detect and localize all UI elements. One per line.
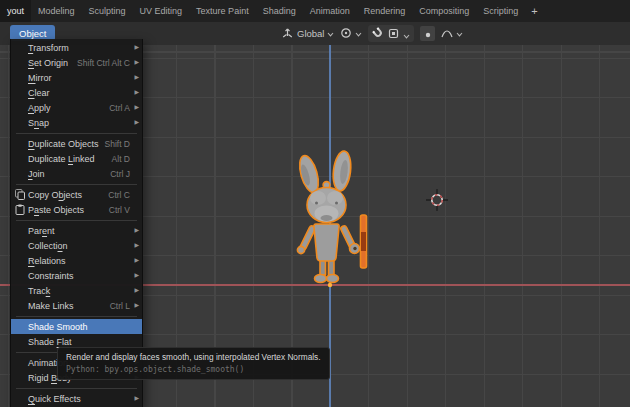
tooltip: Render and display faces smooth, using i… xyxy=(57,347,330,380)
menu-item-label: Copy Objects xyxy=(28,190,82,200)
menu-item-constraints[interactable]: Constraints▶ xyxy=(11,268,142,283)
menu-item-label: Transform xyxy=(28,43,69,53)
menu-shortcut: Ctrl C xyxy=(108,190,130,200)
transform-orientation-dropdown[interactable]: Global xyxy=(281,25,334,42)
menu-item-duplicate-objects[interactable]: Duplicate ObjectsShift D xyxy=(11,136,142,151)
menu-separator xyxy=(11,217,142,223)
menu-separator xyxy=(11,313,142,319)
submenu-arrow-icon: ▶ xyxy=(130,283,139,298)
submenu-arrow-icon: ▶ xyxy=(130,115,139,130)
snapping-group xyxy=(368,25,414,42)
tab-scripting[interactable]: Scripting xyxy=(476,0,525,22)
chevron-down-icon xyxy=(456,28,463,39)
menu-separator xyxy=(11,385,142,391)
chevron-down-icon xyxy=(355,28,362,39)
menu-item-label: Quick Effects xyxy=(28,394,81,404)
tab-uv-editing[interactable]: UV Editing xyxy=(133,0,190,22)
menu-item-label: Shade Flat xyxy=(28,337,72,347)
menu-item-label: Set Origin xyxy=(28,58,68,68)
tab-yout[interactable]: yout xyxy=(0,0,31,22)
menu-shortcut: Ctrl A xyxy=(109,103,130,113)
workspace-tabbar: youtModelingSculptingUV EditingTexture P… xyxy=(0,0,630,22)
menu-shortcut: Alt D xyxy=(112,154,130,164)
tab-compositing[interactable]: Compositing xyxy=(412,0,476,22)
submenu-arrow-icon: ▶ xyxy=(130,40,139,55)
submenu-arrow-icon: ▶ xyxy=(130,85,139,100)
submenu-arrow-icon: ▶ xyxy=(130,100,139,115)
add-workspace-button[interactable]: + xyxy=(525,0,543,22)
menu-item-track[interactable]: Track▶ xyxy=(11,283,142,298)
menu-item-paste-objects[interactable]: Paste ObjectsCtrl V xyxy=(11,202,142,217)
tab-sculpting[interactable]: Sculpting xyxy=(82,0,133,22)
menu-item-collection[interactable]: Collection▶ xyxy=(11,238,142,253)
menu-item-label: Clear xyxy=(28,88,50,98)
copy-icon xyxy=(11,189,28,200)
menu-item-snap[interactable]: Snap▶ xyxy=(11,115,142,130)
pivot-point-dropdown[interactable] xyxy=(340,25,362,42)
menu-item-label: Constraints xyxy=(28,271,74,281)
snap-target-icon[interactable] xyxy=(388,25,399,43)
menu-shortcut: Ctrl V xyxy=(109,205,130,215)
menu-item-parent[interactable]: Parent▶ xyxy=(11,223,142,238)
menu-item-relations[interactable]: Relations▶ xyxy=(11,253,142,268)
proportional-editing-toggle[interactable] xyxy=(420,26,435,41)
menu-item-label: Duplicate Objects xyxy=(28,139,99,149)
tab-animation[interactable]: Animation xyxy=(303,0,357,22)
stick-prop xyxy=(361,215,367,268)
tab-modeling[interactable]: Modeling xyxy=(31,0,82,22)
menu-shortcut: Shift Ctrl Alt C xyxy=(77,58,130,68)
rabbit-character[interactable] xyxy=(285,148,377,290)
menu-separator xyxy=(11,181,142,187)
snap-magnet-icon[interactable] xyxy=(372,25,384,43)
menu-item-set-origin[interactable]: Set OriginShift Ctrl Alt C▶ xyxy=(11,55,142,70)
chevron-down-icon[interactable] xyxy=(403,25,410,43)
menu-shortcut: Shift D xyxy=(104,139,130,149)
blender-window: youtModelingSculptingUV EditingTexture P… xyxy=(0,0,630,407)
submenu-arrow-icon: ▶ xyxy=(130,253,139,268)
menu-item-shade-smooth[interactable]: Shade Smooth xyxy=(11,319,142,334)
menu-item-label: Apply xyxy=(28,103,51,113)
submenu-arrow-icon: ▶ xyxy=(130,55,139,70)
menu-item-label: Snap xyxy=(28,118,49,128)
menu-item-transform[interactable]: Transform▶ xyxy=(11,40,142,55)
tab-texture-paint[interactable]: Texture Paint xyxy=(189,0,256,22)
proportional-editing-icon xyxy=(424,25,432,43)
transform-orientation-icon xyxy=(281,26,294,41)
submenu-arrow-icon: ▶ xyxy=(130,70,139,85)
menu-item-label: Make Links xyxy=(28,301,74,311)
menu-item-label: Parent xyxy=(28,226,55,236)
orientation-label: Global xyxy=(297,28,324,39)
menu-shortcut: Ctrl J xyxy=(110,169,130,179)
menu-item-label: Join xyxy=(28,169,45,179)
tab-rendering[interactable]: Rendering xyxy=(357,0,413,22)
menu-item-clear[interactable]: Clear▶ xyxy=(11,85,142,100)
submenu-arrow-icon: ▶ xyxy=(130,268,139,283)
menu-item-label: Relations xyxy=(28,256,66,266)
menu-item-duplicate-linked[interactable]: Duplicate LinkedAlt D xyxy=(11,151,142,166)
menu-item-copy-objects[interactable]: Copy ObjectsCtrl C xyxy=(11,187,142,202)
menu-shortcut: Ctrl L xyxy=(110,301,130,311)
paste-icon xyxy=(11,204,28,215)
submenu-arrow-icon: ▶ xyxy=(130,238,139,253)
menu-item-label: Shade Smooth xyxy=(28,322,88,332)
submenu-arrow-icon: ▶ xyxy=(130,298,139,313)
menu-item-label: Collection xyxy=(28,241,68,251)
proportional-falloff-dropdown[interactable] xyxy=(441,25,463,42)
menu-item-apply[interactable]: ApplyCtrl A▶ xyxy=(11,100,142,115)
header-controls: Global xyxy=(281,24,463,43)
menu-item-label: Paste Objects xyxy=(28,205,84,215)
submenu-arrow-icon: ▶ xyxy=(130,223,139,238)
tab-shading[interactable]: Shading xyxy=(256,0,303,22)
cursor-3d-icon xyxy=(425,188,449,212)
menu-item-quick-effects[interactable]: Quick Effects▶ xyxy=(11,391,142,406)
menu-item-make-links[interactable]: Make LinksCtrl L▶ xyxy=(11,298,142,313)
menu-separator xyxy=(11,130,142,136)
menu-item-join[interactable]: JoinCtrl J xyxy=(11,166,142,181)
menu-item-label: Mirror xyxy=(28,73,52,83)
chevron-down-icon xyxy=(327,28,334,39)
menu-item-label: Track xyxy=(28,286,50,296)
menu-item-mirror[interactable]: Mirror▶ xyxy=(11,70,142,85)
tooltip-python: Python: bpy.ops.object.shade_smooth() xyxy=(66,365,321,374)
object-origin-dot xyxy=(328,283,332,287)
pivot-point-icon xyxy=(340,27,352,41)
